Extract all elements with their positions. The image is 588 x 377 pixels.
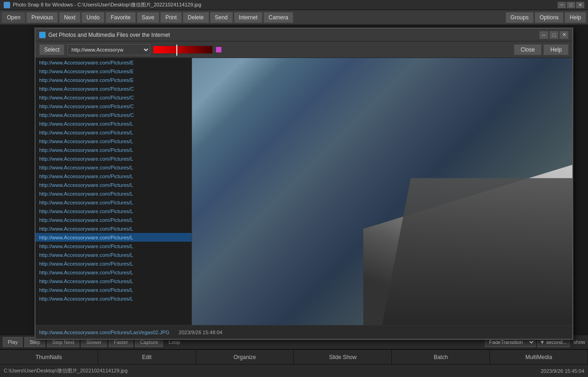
title-bar-controls: ─ □ ✕ — [558, 2, 584, 8]
status-date: 2023/9/26 15:45:04 — [541, 368, 584, 374]
url-list[interactable]: http://www.Accessoryware.com/Pictures/Eh… — [35, 58, 192, 325]
url-list-item[interactable]: http://www.Accessoryware.com/Pictures/E — [35, 58, 192, 67]
save-button[interactable]: Save — [137, 12, 159, 23]
image-area — [192, 58, 572, 325]
close-button[interactable]: ✕ — [576, 2, 584, 8]
dialog-status-date: 2023/9/26 15:48:04 — [179, 330, 222, 335]
url-list-item[interactable]: http://www.Accessoryware.com/Pictures/E — [35, 75, 192, 84]
dialog-title: Get Photos and Multimedia Files over the… — [48, 32, 170, 38]
help-button[interactable]: Help — [565, 12, 586, 23]
show-label: show — [573, 339, 585, 345]
city-image — [192, 58, 572, 325]
status-filepath: C:\Users\User\Desktop\微信图片_2022102411412… — [4, 367, 128, 374]
internet-button[interactable]: Internet — [234, 12, 263, 23]
url-list-item[interactable]: http://www.Accessoryware.com/Pictures/L — [35, 224, 192, 233]
dialog-close-action-button[interactable]: Close — [514, 44, 542, 55]
internet-dialog: 🌐 Get Photos and Multimedia Files over t… — [35, 28, 573, 340]
tab-organize[interactable]: Organize — [196, 350, 294, 364]
url-list-item[interactable]: http://www.Accessoryware.com/Pictures/L — [35, 189, 192, 198]
url-list-item[interactable]: http://www.Accessoryware.com/Pictures/L — [35, 250, 192, 259]
window-title: Photo Snap 8 for Windows - C:\Users\User… — [13, 1, 201, 8]
url-dropdown[interactable]: http://www.Accessoryw — [67, 44, 150, 55]
url-list-item[interactable]: http://www.Accessoryware.com/Pictures/L — [35, 137, 192, 145]
url-list-item[interactable]: http://www.Accessoryware.com/Pictures/C — [35, 93, 192, 102]
dialog-title-left: 🌐 Get Photos and Multimedia Files over t… — [39, 32, 170, 38]
dialog-window-controls: ─ □ ✕ — [539, 31, 569, 39]
previous-button[interactable]: Previous — [26, 12, 58, 23]
camera-button[interactable]: Camera — [263, 12, 293, 23]
url-list-item[interactable]: http://www.Accessoryware.com/Pictures/L — [35, 233, 192, 242]
dialog-titlebar: 🌐 Get Photos and Multimedia Files over t… — [35, 29, 572, 41]
bottom-tabs: ThumNails Edit Organize Slide Show Batch… — [0, 349, 588, 364]
url-list-item[interactable]: http://www.Accessoryware.com/Pictures/L — [35, 198, 192, 207]
groups-button[interactable]: Groups — [506, 12, 534, 23]
dialog-close-button[interactable]: ✕ — [559, 31, 569, 39]
url-list-item[interactable]: http://www.Accessoryware.com/Pictures/C — [35, 102, 192, 110]
play-button[interactable]: Play — [3, 337, 23, 347]
url-list-item[interactable]: http://www.Accessoryware.com/Pictures/L — [35, 154, 192, 163]
image-fold-overlay2 — [382, 178, 572, 325]
next-button[interactable]: Next — [59, 12, 81, 23]
select-button[interactable]: Select — [39, 44, 64, 55]
tab-batch[interactable]: Batch — [392, 350, 490, 364]
url-list-item[interactable]: http://www.Accessoryware.com/Pictures/L — [35, 119, 192, 128]
url-list-item[interactable]: http://www.Accessoryware.com/Pictures/L — [35, 268, 192, 277]
url-list-item[interactable]: http://www.Accessoryware.com/Pictures/L — [35, 242, 192, 250]
dialog-content: http://www.Accessoryware.com/Pictures/Eh… — [35, 58, 572, 325]
favorite-button[interactable]: Favorite — [105, 12, 135, 23]
url-list-item[interactable]: http://www.Accessoryware.com/Pictures/E — [35, 67, 192, 75]
minimize-button[interactable]: ─ — [558, 2, 566, 8]
url-list-item[interactable]: http://www.Accessoryware.com/Pictures/C — [35, 84, 192, 93]
tab-slideshow[interactable]: Slide Show — [294, 350, 392, 364]
print-button[interactable]: Print — [160, 12, 182, 23]
dialog-statusbar: http://www.Accessoryware.com/Pictures/La… — [35, 325, 572, 339]
url-list-item[interactable]: http://www.Accessoryware.com/Pictures/L — [35, 294, 192, 303]
dialog-minimize-button[interactable]: ─ — [539, 31, 548, 39]
url-list-item[interactable]: http://www.Accessoryware.com/Pictures/L — [35, 215, 192, 224]
tab-edit[interactable]: Edit — [98, 350, 196, 364]
send-button[interactable]: Send — [210, 12, 233, 23]
title-bar: Photo Snap 8 for Windows - C:\Users\User… — [0, 0, 588, 10]
dialog-help-button[interactable]: Help — [543, 44, 569, 55]
main-toolbar: Open Previous Next Undo Favorite Save Pr… — [0, 10, 588, 25]
url-list-item[interactable]: http://www.Accessoryware.com/Pictures/C — [35, 110, 192, 119]
title-bar-left: Photo Snap 8 for Windows - C:\Users\User… — [4, 1, 201, 8]
status-bar: C:\Users\User\Desktop\微信图片_2022102411412… — [0, 364, 588, 377]
url-list-item[interactable]: http://www.Accessoryware.com/Pictures/L — [35, 163, 192, 172]
dialog-maximize-button[interactable]: □ — [549, 31, 559, 39]
url-list-item[interactable]: http://www.Accessoryware.com/Pictures/L — [35, 259, 192, 268]
url-list-item[interactable]: http://www.Accessoryware.com/Pictures/L — [35, 180, 192, 189]
color-gradient-bar[interactable] — [153, 46, 213, 54]
url-list-item[interactable]: http://www.Accessoryware.com/Pictures/L — [35, 128, 192, 137]
url-list-item[interactable]: http://www.Accessoryware.com/Pictures/L — [35, 285, 192, 294]
delete-button[interactable]: Delete — [183, 12, 209, 23]
url-list-item[interactable]: http://www.Accessoryware.com/Pictures/L — [35, 172, 192, 180]
color-marker — [176, 45, 177, 56]
url-list-item[interactable]: http://www.Accessoryware.com/Pictures/L — [35, 277, 192, 285]
url-list-item[interactable]: http://www.Accessoryware.com/Pictures/L — [35, 145, 192, 154]
dialog-toolbar: Select http://www.Accessoryw Close Help — [35, 41, 572, 58]
options-button[interactable]: Options — [535, 12, 564, 23]
dialog-icon: 🌐 — [39, 32, 46, 38]
dialog-action-buttons: Close Help — [514, 44, 569, 55]
undo-button[interactable]: Undo — [82, 12, 105, 23]
open-button[interactable]: Open — [2, 12, 25, 23]
tab-multimedia[interactable]: MultiMedia — [490, 350, 588, 364]
dialog-status-url: http://www.Accessoryware.com/Pictures/La… — [39, 330, 169, 335]
maximize-button[interactable]: □ — [567, 2, 575, 8]
app-icon — [4, 2, 10, 8]
color-swatch[interactable] — [215, 46, 222, 53]
loop-label: Loop — [169, 339, 180, 345]
tab-thumbnails[interactable]: ThumNails — [0, 350, 98, 364]
url-list-item[interactable]: http://www.Accessoryware.com/Pictures/L — [35, 207, 192, 215]
